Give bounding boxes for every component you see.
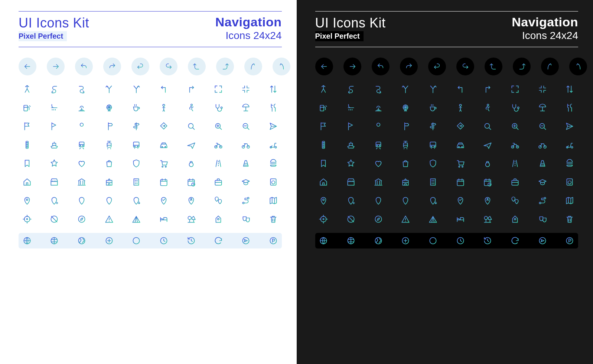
- park-trees-icon: [482, 214, 493, 225]
- trash-icon: [564, 214, 575, 225]
- highlighted-icon-row: [315, 233, 579, 248]
- globe-lines-icon: [345, 235, 356, 246]
- arrow-left-icon: [19, 58, 36, 75]
- ship-icon: [49, 139, 60, 150]
- flag-outline-icon: [345, 121, 356, 132]
- coffee-icon: [427, 102, 439, 113]
- direction-sign-icon: [455, 121, 466, 132]
- arrow-left-icon: [315, 58, 333, 75]
- send-icon: [564, 121, 575, 132]
- kettlebell-icon: [482, 158, 493, 169]
- route-icon: [537, 195, 548, 206]
- turn-back-right-icon: [160, 58, 177, 75]
- turn-up-left-icon: [485, 58, 502, 75]
- beach-umbrella-icon: [537, 102, 548, 113]
- merge-icon: [318, 84, 329, 95]
- shopping-cart-icon: [455, 158, 466, 169]
- burger-icon: [268, 158, 279, 169]
- warning-triangle-icon: [400, 214, 411, 225]
- globe-shape-icon: [76, 235, 87, 246]
- scooter-icon: [564, 139, 575, 150]
- search-icon: [482, 121, 493, 132]
- curve-left-icon: [541, 58, 559, 75]
- turn-left-sharp-icon: [455, 84, 466, 95]
- traffic-light-icon: [318, 139, 329, 150]
- turn-right-sharp-icon: [482, 84, 493, 95]
- tram-icon: [104, 139, 115, 150]
- park-trees-icon: [186, 214, 197, 225]
- car-icon: [158, 139, 169, 150]
- curve-right-icon: [569, 58, 587, 75]
- send-icon: [268, 121, 279, 132]
- globe-shape-icon: [373, 235, 384, 246]
- scooter-icon: [268, 139, 279, 150]
- contract-icon: [537, 84, 548, 95]
- compass-off-icon: [345, 214, 356, 225]
- expand-icon: [213, 84, 224, 95]
- calendar-clock-icon: [186, 176, 197, 188]
- stethoscope-icon: [213, 102, 224, 113]
- storefront-icon: [49, 176, 60, 188]
- school-icon: [104, 176, 115, 188]
- size-label: Icons 24x24: [512, 30, 578, 42]
- gas-station-icon: [318, 102, 329, 113]
- traffic-cone-icon: [537, 158, 548, 169]
- fountain-icon: [76, 102, 87, 113]
- bicycle-icon: [240, 139, 251, 150]
- train-icon: [373, 139, 384, 150]
- redo-icon: [400, 58, 418, 75]
- turn-up-right-icon: [216, 58, 234, 75]
- zoom-out-icon: [240, 121, 251, 132]
- office-building-icon: [427, 176, 439, 188]
- calendar-icon: [455, 176, 466, 188]
- bed-icon: [455, 214, 466, 225]
- road-icon: [213, 158, 224, 169]
- restaurant-icon: [268, 102, 279, 113]
- pin-round-icon: [76, 121, 87, 132]
- theater-masks-icon: [240, 214, 251, 225]
- motorcycle-icon: [213, 139, 224, 150]
- header: UI Icons Kit Pixel Perfect Navigation Ic…: [315, 11, 579, 47]
- train-icon: [76, 139, 87, 150]
- circle-minus-icon: [427, 235, 439, 246]
- zoom-in-icon: [213, 121, 224, 132]
- map-pin-add-icon: [345, 195, 356, 206]
- shield-icon: [427, 158, 439, 169]
- bank-icon: [76, 176, 87, 188]
- arrow-right-icon: [343, 58, 361, 75]
- tent-icon: [131, 214, 142, 225]
- redo-icon: [103, 58, 121, 75]
- fork-left-icon: [104, 84, 115, 95]
- map-pin-icon: [22, 195, 33, 206]
- turn-up-right-icon: [513, 58, 531, 75]
- zoom-in-icon: [509, 121, 521, 132]
- map-pin-person-icon: [482, 195, 493, 206]
- history-icon: [186, 235, 197, 246]
- restaurant-icon: [564, 102, 575, 113]
- bus-icon: [131, 139, 142, 150]
- shopping-cart-icon: [158, 158, 169, 169]
- turn-left-sharp-icon: [158, 84, 169, 95]
- pin-round-icon: [373, 121, 384, 132]
- ferris-wheel-icon: [400, 102, 411, 113]
- kit-title: UI Icons Kit: [19, 15, 89, 30]
- person-icon: [158, 102, 169, 113]
- heart-icon: [76, 158, 87, 169]
- walking-icon: [482, 102, 493, 113]
- compass-off-icon: [49, 214, 60, 225]
- circle-plus-icon: [104, 235, 115, 246]
- undo-icon: [75, 58, 93, 75]
- category-label: Navigation: [215, 15, 282, 29]
- refresh-icon: [509, 235, 521, 246]
- send-circle-icon: [537, 235, 548, 246]
- circle-icon-row: [315, 58, 579, 75]
- turn-back-left-icon: [131, 58, 149, 75]
- airplane-icon: [186, 139, 197, 150]
- parking-icon: [268, 235, 279, 246]
- crosshair-icon: [22, 214, 33, 225]
- circle-plus-icon: [400, 235, 411, 246]
- shopping-bag-icon: [400, 158, 411, 169]
- search-icon: [186, 121, 197, 132]
- briefcase-icon: [509, 176, 521, 188]
- size-label: Icons 24x24: [215, 30, 282, 42]
